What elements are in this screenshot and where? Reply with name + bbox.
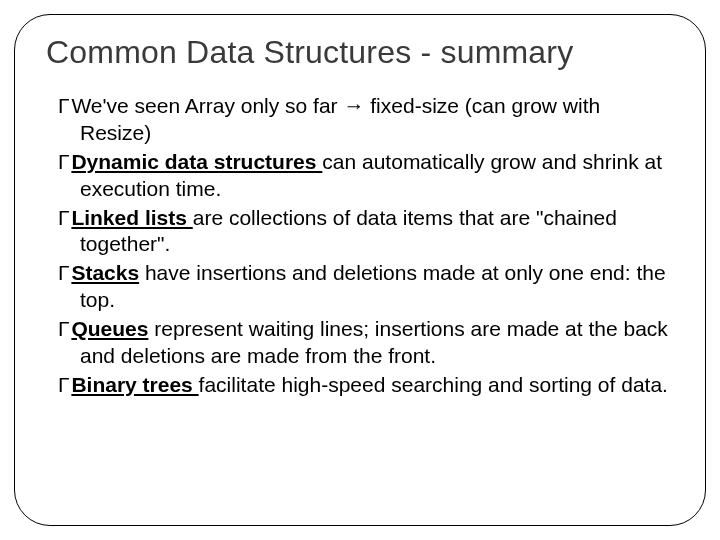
bullet-item: ГDynamic data structures can automatical… [58, 149, 674, 203]
bullet-list: ГWe've seen Array only so far → fixed-si… [58, 93, 674, 399]
bullet-icon: Г [58, 150, 69, 173]
arrow-icon: → [343, 94, 364, 117]
bullet-item: ГBinary trees facilitate high-speed sear… [58, 372, 674, 399]
bullet-item: ГQueues represent waiting lines; inserti… [58, 316, 674, 370]
bullet-icon: Г [58, 317, 69, 340]
bullet-term: Linked lists [71, 206, 192, 229]
slide: Common Data Structures - summary ГWe've … [0, 0, 720, 540]
bullet-icon: Г [58, 261, 69, 284]
bullet-item: ГWe've seen Array only so far → fixed-si… [58, 93, 674, 147]
bullet-text: We've seen Array only so far [71, 94, 343, 117]
bullet-item: ГLinked lists are collections of data it… [58, 205, 674, 259]
bullet-term: Queues [71, 317, 148, 340]
bullet-icon: Г [58, 206, 69, 229]
slide-title: Common Data Structures - summary [46, 34, 692, 71]
bullet-text: facilitate high-speed searching and sort… [199, 373, 668, 396]
bullet-term: Binary trees [71, 373, 198, 396]
bullet-term: Stacks [71, 261, 139, 284]
bullet-term: Dynamic data structures [71, 150, 322, 173]
bullet-text: have insertions and deletions made at on… [80, 261, 666, 311]
bullet-item: ГStacks have insertions and deletions ma… [58, 260, 674, 314]
bullet-icon: Г [58, 94, 69, 117]
bullet-icon: Г [58, 373, 69, 396]
bullet-text: represent waiting lines; insertions are … [80, 317, 668, 367]
